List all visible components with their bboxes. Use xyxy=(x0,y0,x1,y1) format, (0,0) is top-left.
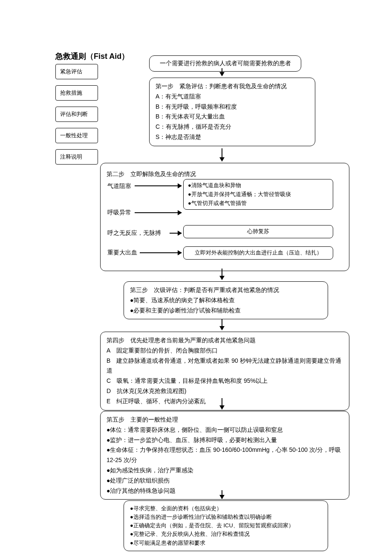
step2-label: 重要大出血 xyxy=(107,249,137,257)
start-node: 一个需要进行抢救的病人或者可能需要抢救的患者 xyxy=(149,55,301,72)
arrow-right-icon xyxy=(140,252,182,253)
step2-action-line: ●清除气道血块和异物 xyxy=(188,181,329,190)
step4-item: B 建立静脉通道或者骨通道，对危重或者如果 90 秒钟无法建立静脉通道则需要建立… xyxy=(107,356,343,376)
step1-item: S：神志是否清楚 xyxy=(156,132,309,142)
step1-heading: 第一步 紧急评估：判断患者有我危及生命的情况 xyxy=(156,81,309,92)
step5-item: ●体位：通常需要卧床休息，侧卧位、面向一侧可以防止误吸和窒息 xyxy=(107,425,343,435)
step4-item: E 纠正呼吸、循环、代谢内分泌紊乱 xyxy=(107,396,343,407)
step5-item: ●处理广泛的软组织损伤 xyxy=(107,476,343,486)
sidebar-item: 一般性处理 xyxy=(55,128,98,143)
step4-item: D 抗休克(见休克抢救流程图) xyxy=(107,386,343,396)
page-title: 急救通则（Fist Aid） xyxy=(55,51,129,61)
step2-action-line: 立即对外表能控制的大出血进行止血（压迫、结扎） xyxy=(188,249,329,257)
step1-item: C：有无脉搏，循环是否充分 xyxy=(156,122,309,132)
arrow-right-icon xyxy=(170,233,182,234)
step1-item: B：有无体表可见大量出血 xyxy=(156,112,309,122)
step5-heading: 第五步 主要的一般性处理 xyxy=(107,415,343,425)
step6-item: ●完整记录、充分反映病人抢救、治疗和检查情况 xyxy=(130,530,322,538)
sidebar: 紧急评估 抢救措施 评估和判断 一般性处理 注释说明 xyxy=(55,64,98,165)
arrow-down-icon xyxy=(222,319,222,330)
step4-box: 第四步 优先处理患者当前最为严重的或者其他紧急问题 A 固定重要部位的骨折、闭合… xyxy=(100,332,349,410)
arrow-right-icon xyxy=(135,185,182,186)
arrow-down-icon xyxy=(222,269,222,280)
arrow-down-icon xyxy=(222,148,222,161)
sidebar-item: 注释说明 xyxy=(55,149,98,165)
step6-item: ●寻求完整、全面的资料（包括病史） xyxy=(130,504,322,513)
arrow-down-icon xyxy=(222,398,222,409)
step3-item: ●必要和主要的诊断性治疗试验和辅助检查 xyxy=(130,306,322,316)
step2-action-line: ●气管切开或者气管插管 xyxy=(188,199,329,208)
sidebar-item: 抢救措施 xyxy=(55,85,98,101)
step1-box: 第一步 紧急评估：判断患者有我危及生命的情况 A：有无气道阻塞 B：有无呼吸，呼… xyxy=(149,78,315,146)
step4-item: C 吸氧：通常需要大流量，目标是保持血氧饱和度 95%以上 xyxy=(107,376,343,386)
step1-item: B：有无呼吸，呼吸频率和程度 xyxy=(156,102,309,112)
step2-action-box: 立即对外表能控制的大出血进行止血（压迫、结扎） xyxy=(183,246,333,260)
sidebar-item: 评估和判断 xyxy=(55,107,98,122)
step5-item: ●生命体征：力争保持在理想状态：血压 90-160/60-100mmHg，心率 … xyxy=(107,445,343,465)
step2-action-line: 心肺复苏 xyxy=(188,227,329,236)
arrow-right-icon xyxy=(135,212,182,213)
step2-label: 气道阻塞 xyxy=(107,182,131,190)
step6-item: ●选择适当的进一步诊断性治疗试验和辅助检查以明确诊断 xyxy=(130,513,322,521)
step4-heading: 第四步 优先处理患者当前最为严重的或者其他紧急问题 xyxy=(107,335,343,346)
step4-item: A 固定重要部位的骨折、闭合胸腹部伤口 xyxy=(107,346,343,356)
step2-action-box: ●清除气道血块和异物 ●开放气道并保持气道通畅；大管径管吸痰 ●气管切开或者气管… xyxy=(183,179,333,210)
arrow-down-icon xyxy=(222,490,222,499)
step3-box: 第三步 次级评估：判断是否有严重或者其他紧急的情况 ●简要、迅速系统的病史了解和… xyxy=(124,281,328,319)
step5-item: ●监护：进一步监护心电、血压、脉搏和呼吸，必要时检测出入量 xyxy=(107,435,343,445)
step5-item: ●如为感染性疾病，治疗严重感染 xyxy=(107,465,343,476)
step2-heading: 第二步 立即解除危及生命的情况 xyxy=(107,169,343,179)
sidebar-item: 紧急评估 xyxy=(55,64,98,79)
step3-item: ●简要、迅速系统的病史了解和体格检查 xyxy=(130,295,322,306)
arrow-down-icon xyxy=(222,68,222,76)
step2-label: 呼吸异常 xyxy=(107,209,131,217)
step3-heading: 第三步 次级评估：判断是否有严重或者其他紧急的情况 xyxy=(130,285,322,295)
page-number: 2 xyxy=(0,540,392,546)
step5-box: 第五步 主要的一般性处理 ●体位：通常需要卧床休息，侧卧位、面向一侧可以防止误吸… xyxy=(100,411,349,500)
step2-label: 呼之无反应，无脉搏 xyxy=(107,229,161,237)
step5-item: ●治疗其他的特殊急诊问题 xyxy=(107,486,343,496)
step2-action-line: ●开放气道并保持气道通畅；大管径管吸痰 xyxy=(188,190,329,199)
step1-item: A：有无气道阻塞 xyxy=(156,92,309,102)
step2-action-box: 心肺复苏 xyxy=(183,225,333,238)
step6-item: ●正确确定去向（例如，是否住院、去 ICU、留院短暂观察或回家） xyxy=(130,521,322,530)
